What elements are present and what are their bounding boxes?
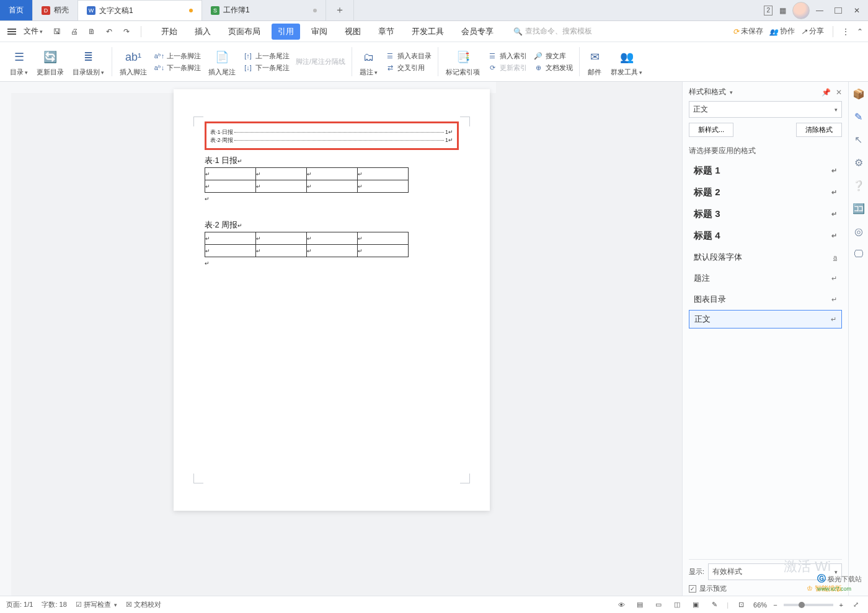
menu-review[interactable]: 审阅 (305, 24, 334, 40)
zoom-slider[interactable] (784, 604, 833, 606)
avatar-icon[interactable] (792, 2, 810, 19)
spellcheck-button[interactable]: ☑ 拼写检查 ▾ (76, 600, 117, 609)
redo-icon[interactable]: ↷ (120, 25, 133, 38)
btn-toc-level[interactable]: ≣目录级别▾ (69, 43, 108, 80)
file-menu[interactable]: 文件▾ (24, 26, 43, 37)
btn-insert-table-of-figures[interactable]: ☰插入表目录 (385, 51, 432, 61)
site-watermark: Ⓖ 极光下载站www.xz7.com (817, 573, 862, 592)
fullscreen-icon[interactable]: ⤢ (849, 600, 862, 610)
view-page-icon[interactable]: ▤ (634, 600, 646, 610)
rail-settings-icon[interactable]: ⚙ (854, 157, 863, 169)
btn-prev-footnote[interactable]: aᵇ↑上一条脚注 (154, 51, 201, 61)
rail-screen-icon[interactable]: 🖵 (854, 249, 864, 260)
current-style-select[interactable]: 正文▾ (689, 101, 842, 118)
caption-1[interactable]: 表·1 日报↵ (205, 155, 242, 166)
style-heading-2[interactable]: 标题 2↵ (689, 182, 842, 203)
btn-insert-endnote[interactable]: 📄插入尾注 (205, 43, 239, 80)
save-icon[interactable]: 🖫 (50, 25, 64, 38)
table-2[interactable]: ↵↵↵↵ ↵↵↵↵ (205, 232, 409, 257)
tab-document-active[interactable]: W文字文稿1 (78, 0, 202, 20)
style-normal[interactable]: 正文↵ (689, 310, 842, 329)
style-figure-toc[interactable]: 图表目录↵ (689, 289, 842, 310)
btn-mark-index[interactable]: 📑标记索引项 (442, 43, 484, 80)
btn-doc-discovery[interactable]: ⊕文档发现 (533, 63, 573, 73)
menu-insert[interactable]: 插入 (188, 24, 217, 40)
view-outline-icon[interactable]: ▣ (689, 600, 702, 610)
page-indicator[interactable]: 页面: 1/1 (6, 600, 33, 609)
print-direct-icon[interactable]: 🖨 (68, 25, 81, 38)
zoom-value[interactable]: 66% (753, 601, 767, 609)
view-web-icon[interactable]: ◫ (671, 600, 683, 610)
share-button[interactable]: 分享 (801, 26, 824, 37)
btn-next-footnote[interactable]: aᵇ↓下一条脚注 (154, 63, 201, 73)
sheet-icon: S (211, 6, 219, 15)
menu-pagelayout[interactable]: 页面布局 (222, 24, 267, 40)
menu-devtools[interactable]: 开发工具 (405, 24, 450, 40)
chevron-down-icon[interactable]: ▾ (730, 89, 733, 95)
btn-insert-footnote[interactable]: ab¹插入脚注 (116, 43, 151, 80)
maximize-button[interactable] (830, 2, 847, 19)
btn-prev-endnote[interactable]: [↑]上一条尾注 (243, 51, 290, 61)
btn-search-library[interactable]: 🔎搜文库 (533, 51, 573, 61)
command-search[interactable]: 🔍查找命令、搜索模板 (513, 26, 592, 37)
tab-home[interactable]: 首页 (0, 0, 33, 20)
eye-icon[interactable]: 👁 (615, 600, 627, 610)
menu-member[interactable]: 会员专享 (455, 24, 500, 40)
apps-icon[interactable]: ▦ (774, 2, 791, 19)
menu-icon[interactable] (5, 29, 19, 35)
print-preview-icon[interactable]: 🗎 (85, 25, 99, 38)
btn-insert-index[interactable]: ☰插入索引 (487, 51, 527, 61)
tab-add[interactable]: ＋ (326, 0, 354, 20)
btn-toc[interactable]: ☰目录▾ (6, 43, 32, 80)
btn-update-toc[interactable]: 🔄更新目录 (33, 43, 68, 80)
btn-caption[interactable]: 🗂题注▾ (356, 43, 381, 80)
zoom-out-button[interactable]: − (773, 601, 777, 609)
menu-references[interactable]: 引用 (272, 24, 300, 40)
document-area[interactable]: 表·1·日报1↵ 表·2·周报1↵ 表·1 日报↵ ↵↵↵↵ ↵↵↵↵ ↵ 表·… (0, 82, 682, 596)
close-button[interactable]: ✕ (848, 2, 866, 19)
menu-start[interactable]: 开始 (155, 24, 184, 40)
more-icon[interactable]: ⋮ (842, 27, 851, 36)
new-style-button[interactable]: 新样式... (689, 123, 733, 137)
clear-format-button[interactable]: 清除格式 (796, 123, 842, 137)
view-read-icon[interactable]: ▭ (652, 600, 665, 610)
proofread-button[interactable]: ☒ 文档校对 (126, 600, 161, 609)
badge-icon[interactable]: 2 (764, 6, 773, 15)
btn-mail[interactable]: ✉邮件 (583, 43, 606, 80)
zoom-in-button[interactable]: + (839, 601, 843, 609)
btn-cross-reference[interactable]: ⇄交叉引用 (385, 63, 432, 73)
rail-select-icon[interactable]: ↖ (854, 134, 862, 146)
table-1[interactable]: ↵↵↵↵ ↵↵↵↵ (205, 167, 409, 193)
rail-location-icon[interactable]: ◎ (854, 226, 863, 237)
collapse-ribbon-icon[interactable]: ⌃ (857, 27, 863, 36)
menu-view[interactable]: 视图 (339, 24, 367, 40)
pin-icon[interactable]: 📌 (822, 88, 831, 97)
btn-next-endnote[interactable]: [↓]下一条尾注 (243, 63, 290, 73)
rail-styles-icon[interactable]: ✎ (854, 111, 862, 123)
word-count[interactable]: 字数: 18 (42, 600, 66, 609)
style-heading-4[interactable]: 标题 4↵ (689, 225, 842, 247)
collab-button[interactable]: 协作 (769, 26, 795, 37)
style-heading-3[interactable]: 标题 3↵ (689, 203, 842, 225)
table-of-figures-field[interactable]: 表·1·日报1↵ 表·2·周报1↵ (205, 121, 459, 150)
rail-help-icon[interactable]: ❔ (852, 180, 865, 192)
caption-2[interactable]: 表·2 周报↵ (205, 219, 242, 231)
view-draft-icon[interactable]: ✎ (708, 600, 720, 610)
ruler-vertical[interactable] (0, 93, 11, 596)
rail-translate-icon[interactable]: 🈁 (852, 203, 865, 214)
menu-chapter[interactable]: 章节 (372, 24, 401, 40)
fit-page-icon[interactable]: ⊡ (735, 600, 747, 610)
tab-shell[interactable]: D稻壳 (33, 0, 78, 20)
btn-bulk-tools[interactable]: 👥群发工具▾ (607, 43, 646, 80)
undo-icon[interactable]: ↶ (102, 25, 116, 38)
preview-checkbox[interactable]: ✓ (689, 585, 696, 593)
style-caption[interactable]: 题注↵ (689, 268, 842, 289)
rail-toolbox-icon[interactable]: 📦 (852, 88, 865, 100)
style-default-font[interactable]: 默认段落字体a (689, 247, 842, 268)
style-heading-1[interactable]: 标题 1↵ (689, 160, 842, 182)
minimize-button[interactable]: — (811, 2, 828, 19)
page-1[interactable]: 表·1·日报1↵ 表·2·周报1↵ 表·1 日报↵ ↵↵↵↵ ↵↵↵↵ ↵ 表·… (174, 89, 490, 511)
close-panel-icon[interactable]: ✕ (836, 88, 842, 97)
tab-workbook[interactable]: S工作簿1 (202, 0, 326, 20)
unsaved-indicator[interactable]: 未保存 (733, 26, 763, 37)
